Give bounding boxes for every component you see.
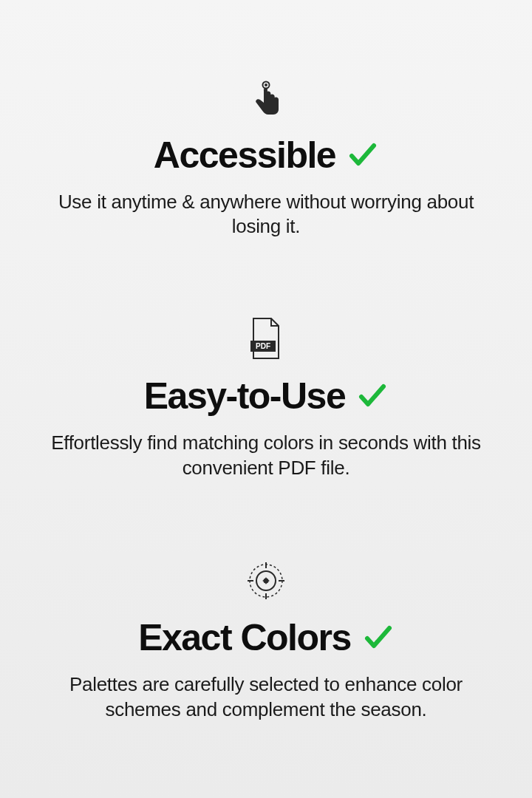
description-exact-colors: Palettes are carefully selected to enhan…	[44, 672, 488, 723]
target-icon	[246, 559, 286, 603]
checkmark-icon	[347, 140, 378, 171]
heading-row-exact-colors: Exact Colors	[138, 616, 394, 659]
checkmark-icon	[363, 622, 394, 653]
feature-accessible: Accessible Use it anytime & anywhere wit…	[30, 76, 502, 240]
checkmark-icon	[357, 381, 388, 412]
heading-easy-to-use: Easy-to-Use	[144, 375, 346, 417]
heading-row-accessible: Accessible	[154, 134, 378, 177]
heading-row-easy-to-use: Easy-to-Use	[144, 375, 389, 417]
heading-exact-colors: Exact Colors	[138, 616, 351, 659]
feature-easy-to-use: PDF Easy-to-Use Effortlessly find matchi…	[30, 317, 502, 481]
feature-exact-colors: Exact Colors Palettes are carefully sele…	[30, 559, 502, 723]
description-easy-to-use: Effortlessly find matching colors in sec…	[44, 431, 488, 481]
pdf-file-icon: PDF	[248, 317, 284, 361]
svg-point-1	[265, 83, 267, 86]
touch-icon	[248, 76, 284, 120]
heading-accessible: Accessible	[154, 134, 335, 177]
description-accessible: Use it anytime & anywhere without worryi…	[44, 190, 488, 240]
svg-text:PDF: PDF	[256, 342, 270, 350]
